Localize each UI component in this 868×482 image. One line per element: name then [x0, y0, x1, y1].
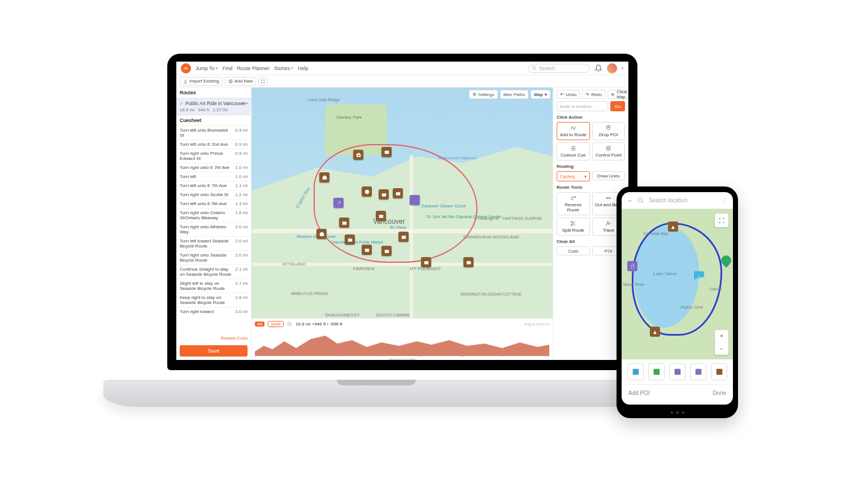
routing-header: Routing: [557, 164, 625, 169]
nav-find[interactable]: Find: [223, 66, 233, 71]
nav-jump-to[interactable]: Jump To▾: [196, 66, 218, 71]
action-add-to-route[interactable]: Add to Route: [557, 122, 590, 140]
phone-search-input[interactable]: Search location: [649, 197, 717, 203]
add-new-button[interactable]: Add New: [225, 77, 256, 86]
phone-map[interactable]: Lake Tahoe Carnelian Bay Tahoe Pines Zep…: [622, 209, 733, 359]
toolbar: Import Existing Add New: [176, 75, 628, 88]
fullscreen-button[interactable]: [258, 77, 267, 86]
phone-poi-food[interactable]: 🍴: [627, 261, 637, 271]
phone-zoom-out[interactable]: −: [715, 342, 728, 355]
save-button[interactable]: Save: [180, 345, 248, 357]
cue-row[interactable]: Turn left onto E 2nd Ave0.9 mi: [176, 140, 251, 149]
user-menu-chevron-icon[interactable]: ▾: [622, 66, 624, 71]
location-input[interactable]: Enter a location: [557, 101, 608, 111]
phone-poi-camp[interactable]: ▲: [650, 327, 660, 337]
nav-help[interactable]: Help: [298, 66, 309, 71]
poi-photo[interactable]: [362, 186, 372, 197]
phone-add-poi-button[interactable]: Add POI: [628, 390, 650, 396]
poi-food[interactable]: [333, 198, 344, 208]
cue-row[interactable]: Keep right to stay on Seaside Bicycle Ro…: [176, 293, 251, 307]
cue-row[interactable]: Turn left1.0 mi: [176, 172, 251, 181]
cue-row[interactable]: Turn left toward Seaside Bicycle Route2.…: [176, 236, 251, 250]
cue-text: Continue straight to stay on Seaside Bic…: [180, 267, 233, 277]
poi-photo[interactable]: [398, 232, 409, 242]
notifications-icon[interactable]: [594, 64, 602, 72]
cue-row[interactable]: Turn right onto E 7th Ave1.0 mi: [176, 163, 251, 172]
phone-fullscreen-button[interactable]: ⛶: [715, 214, 728, 227]
cue-row[interactable]: Turn right toward3.0 mi: [176, 307, 251, 316]
tool-split-route[interactable]: Split Route: [557, 218, 590, 236]
cue-distance: 1.3 mi: [235, 201, 248, 206]
phone-poi-camp[interactable]: ▲: [668, 222, 678, 232]
poi-photo[interactable]: [421, 257, 431, 267]
cue-row[interactable]: Turn right onto Scotia St1.2 mi: [176, 190, 251, 199]
phone-cat-food[interactable]: [669, 363, 685, 380]
clear-map-button[interactable]: ✕ Clear Map: [607, 90, 628, 99]
phone-done-button[interactable]: Done: [713, 390, 726, 396]
poi-photo[interactable]: [376, 211, 386, 221]
poi-photo[interactable]: [345, 235, 355, 245]
route-card[interactable]: ‹ ✓Public Art Ride in Vancouver 16.9 mi …: [176, 98, 251, 115]
cue-row[interactable]: Continue straight to stay on Seaside Bic…: [176, 264, 251, 279]
phone-place-label: Genoa: [710, 287, 722, 291]
cue-row[interactable]: Turn right onto Seaside Bicycle Route2.0…: [176, 250, 251, 264]
phone-place-label: Zephyr Cove: [680, 305, 703, 309]
cue-row[interactable]: Turn right onto Ontario St/Ontario Bikew…: [176, 208, 251, 222]
cue-row[interactable]: Turn left onto Brunswick St0.9 mi: [176, 125, 251, 140]
nav-stories[interactable]: Stories▾: [274, 66, 293, 71]
elevation-chart[interactable]: 246810121416 distance in miles: [255, 329, 549, 356]
cue-row[interactable]: Slight left to stay on Seaside Bicycle R…: [176, 279, 251, 293]
phone-cat-camp[interactable]: [711, 363, 727, 380]
back-button[interactable]: ←: [627, 197, 633, 203]
action-drop-poi[interactable]: Drop POI: [592, 122, 626, 140]
go-button[interactable]: Go: [610, 101, 625, 111]
routing-mode-select[interactable]: Cycling▾: [557, 171, 590, 181]
poi-photo[interactable]: [393, 188, 403, 198]
poi-photo[interactable]: [379, 189, 389, 199]
phone-zoom-in[interactable]: +: [715, 330, 728, 342]
global-search[interactable]: Search: [528, 64, 590, 73]
svg-rect-16: [653, 369, 659, 375]
poi-photo[interactable]: [319, 172, 329, 183]
phone-more-button[interactable]: ⋮: [722, 197, 727, 203]
cue-row[interactable]: Turn left onto E 5th Ave1.3 mi: [176, 199, 251, 208]
redo-button[interactable]: ↷ Redo: [582, 90, 605, 99]
poi-photo[interactable]: [339, 218, 349, 228]
layer-bike-paths[interactable]: Bike Paths: [500, 90, 528, 99]
poi-photo[interactable]: [381, 147, 392, 157]
undo-button[interactable]: ↶ Undo: [557, 90, 580, 99]
layer-map[interactable]: Map ▾: [531, 90, 550, 99]
settings-button[interactable]: ⚙ Settings: [469, 90, 498, 99]
map-label: Stanley Park: [336, 115, 362, 120]
action-custom-cue[interactable]: Custom Cue: [557, 142, 590, 160]
poi-photo[interactable]: [316, 229, 327, 239]
cuesheet-list[interactable]: Turn left onto Brunswick St0.9 miTurn le…: [176, 125, 251, 333]
draw-lines-button[interactable]: Draw Lines: [592, 171, 626, 180]
poi-food[interactable]: [410, 195, 420, 205]
phone-cat-lodging[interactable]: [690, 363, 706, 380]
cue-distance: 2.7 mi: [235, 281, 248, 291]
tool-reverse-route[interactable]: Reverse Route: [557, 192, 590, 215]
poi-photo[interactable]: [381, 246, 392, 256]
poi-photo[interactable]: [362, 245, 372, 255]
cue-text: Turn right onto Prince Edward St: [180, 151, 233, 161]
elevation-tab-ele[interactable]: ele: [255, 322, 264, 327]
elevation-tab-grade[interactable]: grade: [268, 321, 284, 327]
elevation-panel: ele grade 16.9 mi +946 ft / -996 ft drag…: [251, 318, 553, 360]
user-avatar[interactable]: [607, 63, 617, 73]
cue-row[interactable]: Turn left onto E 7th Ave1.1 mi: [176, 181, 251, 190]
route-more-button[interactable]: •••: [242, 101, 249, 106]
phone-cat-bike[interactable]: [627, 363, 644, 380]
nav-route-planner[interactable]: Route Planner: [237, 66, 270, 71]
action-control-point[interactable]: Control Point: [592, 142, 626, 160]
poi-photo[interactable]: [353, 150, 363, 160]
phone-cat-gas[interactable]: [648, 363, 665, 380]
cue-row[interactable]: Turn right onto Prince Edward St0.9 mi: [176, 149, 251, 163]
clear-cues-button[interactable]: Cues: [557, 246, 590, 255]
review-cues-link[interactable]: Review Cues: [176, 333, 251, 343]
import-existing-button[interactable]: Import Existing: [180, 77, 223, 86]
cue-row[interactable]: Turn right onto Athletes Way2.0 mi: [176, 222, 251, 236]
brand-logo[interactable]: ∞: [181, 63, 191, 73]
search-icon[interactable]: [287, 322, 292, 327]
poi-photo[interactable]: [463, 257, 474, 267]
